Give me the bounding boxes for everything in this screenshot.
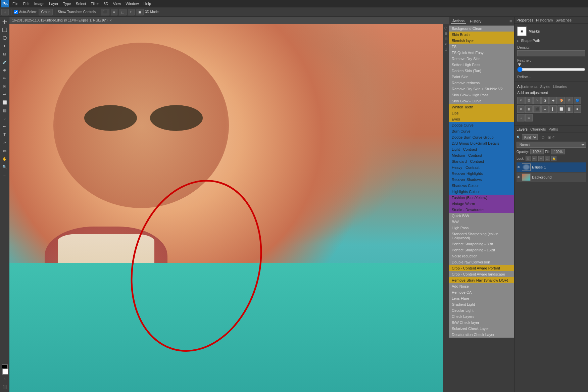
- menu-select[interactable]: Select: [74, 1, 89, 6]
- menu-help[interactable]: Help: [141, 1, 154, 6]
- adj-pattern-icon[interactable]: ⊞: [525, 114, 533, 121]
- paths-tab[interactable]: Paths: [549, 127, 558, 131]
- clone-stamp-icon[interactable]: ⎘: [1, 83, 8, 90]
- history-brush-icon[interactable]: ↩: [1, 91, 8, 98]
- action-item-12[interactable]: Skin Glow - Curve: [449, 98, 514, 104]
- swatches-tab[interactable]: Swatches: [555, 18, 572, 22]
- actions-panel-menu[interactable]: ≡: [509, 18, 512, 24]
- menu-type[interactable]: Type: [61, 1, 74, 6]
- path-select-icon[interactable]: ↗: [1, 139, 8, 146]
- auto-select-checkbox[interactable]: [14, 10, 18, 14]
- layer-visibility-ellipse[interactable]: 👁: [517, 165, 521, 169]
- screen-mode-icon[interactable]: ⬛: [1, 383, 8, 391]
- layer-kind-select[interactable]: Kind: [522, 134, 538, 140]
- action-item-27[interactable]: Highlights Colour: [449, 189, 514, 195]
- background-color[interactable]: [2, 369, 8, 375]
- action-item-32[interactable]: B/W: [449, 219, 514, 225]
- action-item-48[interactable]: B/W Check layer: [449, 320, 514, 326]
- action-item-37[interactable]: Noise reduction: [449, 253, 514, 259]
- action-item-5[interactable]: Remove Dry Skin: [449, 56, 514, 62]
- move-tool-btn[interactable]: ⊹: [1, 9, 9, 15]
- crop-tool-icon[interactable]: ⊡: [1, 50, 8, 58]
- action-item-44[interactable]: Lens Flare: [449, 295, 514, 301]
- histogram-tab[interactable]: Histogram: [536, 18, 553, 22]
- menu-view[interactable]: View: [111, 1, 124, 6]
- layer-item-ellipse[interactable]: 👁 Ellipse 1: [517, 162, 586, 172]
- action-item-21[interactable]: Medium - Contrast: [449, 152, 514, 158]
- heal-tool-icon[interactable]: ⊕: [1, 66, 8, 74]
- action-item-19[interactable]: D/B Group Big+Small Details: [449, 140, 514, 146]
- feather-slider[interactable]: [517, 67, 585, 72]
- align-btn-2[interactable]: ≡: [111, 9, 117, 15]
- align-btn-3[interactable]: ⬚: [119, 9, 127, 15]
- zoom-tool-icon[interactable]: 🔍: [1, 163, 8, 170]
- canvas-tool-5[interactable]: ℹ: [444, 47, 448, 52]
- pen-tool-icon[interactable]: ✒: [1, 123, 8, 130]
- action-item-4[interactable]: FS Quick And Easy: [449, 50, 514, 56]
- eyedropper-icon[interactable]: 💉: [1, 58, 8, 66]
- layer-filter-btn[interactable]: T: [539, 136, 541, 139]
- hand-tool-icon[interactable]: ✋: [1, 155, 8, 162]
- action-item-40[interactable]: Crop - Content Aware landscape: [449, 271, 514, 277]
- layer-mode-btn[interactable]: ○: [545, 136, 547, 139]
- dodge-icon[interactable]: ○: [1, 115, 8, 122]
- align-btn-1[interactable]: ⬛: [101, 9, 109, 15]
- quick-mask-icon[interactable]: ⬦: [1, 375, 8, 383]
- align-btn-5[interactable]: ▣: [136, 9, 144, 15]
- adj-levels-icon[interactable]: ▤: [525, 97, 533, 104]
- adj-brightness-icon[interactable]: ☀: [517, 97, 525, 104]
- adj-curves-icon[interactable]: ∿: [533, 97, 541, 104]
- menu-image[interactable]: Image: [32, 1, 47, 6]
- lock-transparent-btn[interactable]: ⊡: [526, 156, 531, 161]
- action-item-20[interactable]: Light - Contrast: [449, 146, 514, 152]
- adj-gradientmap-icon[interactable]: ▓: [566, 105, 573, 113]
- action-item-36[interactable]: Perfect Sharpening - 16Bit: [449, 247, 514, 253]
- move-tool-icon[interactable]: [1, 18, 8, 26]
- layer-visibility-bg[interactable]: 👁: [517, 176, 521, 179]
- menu-edit[interactable]: Edit: [21, 1, 32, 6]
- adj-invert-icon[interactable]: ⬛: [533, 105, 541, 113]
- properties-tab[interactable]: Properties: [517, 18, 533, 22]
- canvas-tool-1[interactable]: ⬡: [444, 26, 448, 30]
- action-item-6[interactable]: Soften High Pass: [449, 62, 514, 68]
- adj-exposure-icon[interactable]: ◑: [541, 97, 549, 104]
- adj-colorlookup-icon[interactable]: ▦: [525, 105, 533, 113]
- adj-colorbalance-icon[interactable]: ⚖: [566, 97, 573, 104]
- action-item-17[interactable]: Burn Curve: [449, 128, 514, 134]
- action-item-9[interactable]: Remove redness: [449, 80, 514, 86]
- action-item-45[interactable]: Gradient Light: [449, 301, 514, 307]
- action-item-18[interactable]: Dodge Burn Curve Group: [449, 134, 514, 140]
- action-item-1[interactable]: Skin Brush: [449, 32, 514, 38]
- action-item-28[interactable]: Fashion (Blue/Yellow): [449, 195, 514, 201]
- action-item-30[interactable]: Studio - Desaturate: [449, 207, 514, 213]
- pixel-mask-icon[interactable]: ▣: [517, 27, 527, 36]
- action-item-3[interactable]: FS: [449, 44, 514, 50]
- lock-all-btn[interactable]: 🔒: [551, 156, 556, 161]
- action-item-47[interactable]: Check Layers: [449, 313, 514, 320]
- action-item-0[interactable]: Background Clean: [449, 26, 514, 32]
- lock-position-btn[interactable]: +: [538, 156, 544, 161]
- action-item-33[interactable]: High Pass: [449, 225, 514, 231]
- action-item-10[interactable]: Remove Dry Skin + Stubble V2: [449, 86, 514, 92]
- marquee-tool-icon[interactable]: [1, 26, 8, 34]
- adj-selectivecolor-icon[interactable]: ⬜: [557, 105, 565, 113]
- adj-gradient-icon[interactable]: ⬦: [517, 114, 525, 121]
- adjustments-tab[interactable]: Adjustments: [517, 85, 538, 89]
- magic-wand-icon[interactable]: ✦: [1, 42, 8, 50]
- blend-mode-select[interactable]: Normal Dissolve Multiply Screen Overlay: [517, 142, 586, 148]
- canvas-close-btn[interactable]: ×: [109, 18, 112, 23]
- adj-channelmixer-icon[interactable]: ≋: [517, 105, 525, 113]
- action-item-29[interactable]: Vintage Warm: [449, 201, 514, 207]
- canvas-tool-2[interactable]: ⊞: [444, 31, 448, 36]
- lasso-tool-icon[interactable]: [1, 34, 8, 42]
- action-item-25[interactable]: Recover Shadows: [449, 177, 514, 183]
- channels-tab[interactable]: Channels: [530, 127, 546, 131]
- brush-tool-icon[interactable]: ✏: [1, 75, 8, 82]
- canvas-tool-3[interactable]: ⊟: [444, 36, 448, 41]
- lock-artboard-btn[interactable]: ⬚: [545, 156, 550, 161]
- auto-select-dropdown[interactable]: Group: [39, 9, 53, 15]
- action-item-13[interactable]: Whiten Teeth: [449, 104, 514, 110]
- fill-input[interactable]: 100%: [551, 149, 565, 154]
- canvas-tool-4[interactable]: ▾: [444, 42, 448, 46]
- actions-tab[interactable]: Actions: [451, 18, 466, 24]
